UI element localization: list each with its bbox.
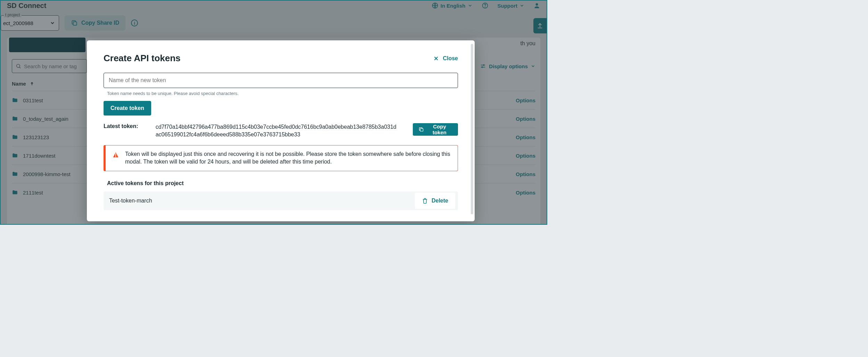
copy-token-button[interactable]: Copy token <box>413 123 458 136</box>
svg-rect-8 <box>420 128 423 131</box>
latest-token-label: Latest token: <box>104 123 142 129</box>
delete-label: Delete <box>432 198 448 204</box>
token-row-name: Test-token-march <box>109 198 152 204</box>
copy-icon <box>418 126 424 133</box>
warning-icon <box>112 151 120 159</box>
close-button[interactable]: Close <box>433 55 458 62</box>
latest-token-value: cd7f70a14bbf42796a477ba869d115c4b03e7ccb… <box>156 123 399 139</box>
trash-icon <box>422 198 428 204</box>
delete-token-button[interactable]: Delete <box>415 193 455 209</box>
token-name-input[interactable] <box>104 73 458 88</box>
create-api-tokens-modal: Create API tokens Close Token name needs… <box>87 40 475 221</box>
warning-text: Token will be displayed just this once a… <box>125 150 451 166</box>
close-icon <box>433 55 439 62</box>
token-name-helper: Token name needs to be unique. Please av… <box>107 91 458 96</box>
copy-token-label: Copy token <box>427 124 452 135</box>
create-token-button[interactable]: Create token <box>104 101 151 116</box>
token-row: Test-token-march Delete <box>104 191 458 210</box>
modal-scrollbar[interactable] <box>471 44 473 214</box>
modal-title: Create API tokens <box>104 53 181 64</box>
warning-alert: Token will be displayed just this once a… <box>104 145 458 171</box>
active-tokens-header: Active tokens for this project <box>104 180 458 187</box>
close-label: Close <box>443 55 458 62</box>
